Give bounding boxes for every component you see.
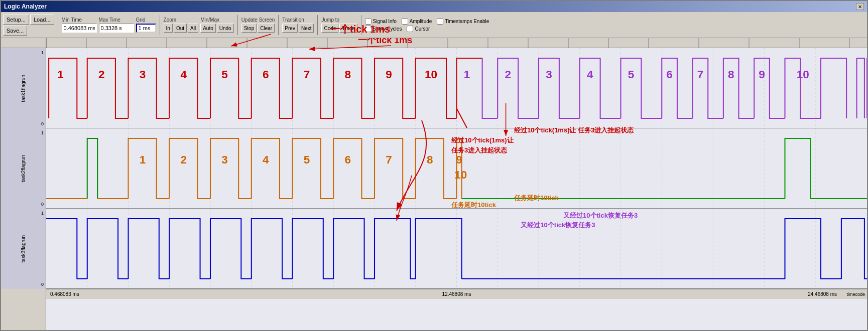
update-group: Update Screen Stop Clear: [241, 17, 275, 33]
svg-text:5: 5: [221, 68, 228, 81]
svg-text:10: 10: [454, 169, 467, 181]
svg-text:2: 2: [505, 68, 511, 81]
grid-field[interactable]: [136, 24, 156, 33]
save-button[interactable]: Save...: [3, 26, 27, 36]
min-time-field[interactable]: [62, 24, 97, 33]
time-right: 24.46808 ms: [808, 291, 837, 297]
signal-info-checkbox[interactable]: [365, 18, 371, 25]
minmax-label: Min/Max: [200, 17, 219, 23]
zoom-all-button[interactable]: All: [188, 24, 198, 33]
ch3-waveform-svg: [46, 209, 867, 289]
ch2-label: 1 task2flagrun 0: [1, 128, 46, 209]
ruler-corner: [1, 38, 46, 48]
show-cycles-label: Show Cycles: [373, 26, 402, 32]
trace-button[interactable]: Trace: [339, 24, 357, 33]
title-bar: Logic Analyzer ✕: [1, 1, 867, 12]
svg-text:4: 4: [263, 153, 269, 166]
auto-button[interactable]: Auto: [200, 24, 216, 33]
ch1-name: task1flagrun: [21, 75, 26, 102]
zoom-group: Zoom In Out All: [164, 17, 199, 33]
divider-6: [361, 15, 361, 35]
time-mid: 12.46808 ms: [442, 291, 471, 297]
time-ruler-svg: [46, 38, 867, 48]
ch2-waveform-svg: 1 2 3 4 5 6 7 8 9 10: [46, 128, 867, 209]
toolbar: Setup... Load... Save... Min Time Max Ti…: [1, 12, 867, 38]
amplitude-checkbox[interactable]: [402, 18, 408, 25]
checkbox-group: Signal Info Amplitude Timestamps Enable …: [365, 18, 489, 32]
divider-2: [160, 15, 160, 35]
time-bottom-bar: 0.468083 ms 12.46808 ms 24.46808 ms time…: [46, 289, 867, 299]
load-button[interactable]: Load...: [30, 15, 54, 25]
grid-group: Grid: [136, 17, 156, 33]
stop-button[interactable]: Stop: [241, 24, 257, 33]
svg-text:7: 7: [304, 68, 310, 81]
show-cycles-checkbox[interactable]: [365, 26, 371, 32]
zoom-in-button[interactable]: In: [164, 24, 173, 33]
svg-text:9: 9: [456, 153, 462, 166]
code-button[interactable]: Code: [321, 24, 338, 33]
file-group: Setup... Load... Save...: [3, 15, 54, 36]
ch1-bot-mark: 0: [41, 121, 44, 126]
time-left: 0.468083 ms: [50, 291, 79, 297]
svg-text:4: 4: [181, 68, 187, 81]
timestamps-checkbox[interactable]: [437, 18, 443, 25]
prev-button[interactable]: Prev: [282, 24, 298, 33]
undo-button[interactable]: Undo: [217, 24, 234, 33]
time-mode: timecode: [846, 292, 865, 297]
close-button[interactable]: ✕: [856, 3, 864, 10]
max-time-label: Max Time: [99, 17, 120, 23]
jumpto-label: Jump to: [321, 17, 339, 23]
time-group: Min Time: [62, 17, 97, 33]
channel-labels-column: 1 task1flagrun 0 1 task2flagrun 0 1 task…: [1, 38, 46, 330]
zoom-label: Zoom: [164, 17, 177, 23]
window-title: Logic Analyzer: [4, 3, 47, 10]
svg-text:9: 9: [759, 68, 765, 81]
svg-text:10: 10: [425, 68, 437, 81]
grid-label: Grid: [136, 17, 146, 23]
setup-button[interactable]: Setup...: [3, 15, 29, 25]
svg-text:3: 3: [140, 68, 146, 81]
svg-text:4: 4: [587, 68, 593, 81]
svg-text:7: 7: [386, 153, 392, 166]
svg-text:2: 2: [98, 68, 105, 81]
main-window: Logic Analyzer ✕ Setup... Load... Save..…: [0, 0, 868, 331]
cursor-checkbox[interactable]: [407, 26, 413, 32]
divider-5: [317, 15, 318, 35]
next-button[interactable]: Next: [299, 24, 314, 33]
svg-text:9: 9: [386, 68, 392, 81]
ch3-label: 1 task3flagrun 0: [1, 209, 46, 289]
svg-text:1: 1: [464, 68, 470, 81]
svg-text:3: 3: [546, 68, 552, 81]
svg-text:5: 5: [628, 68, 635, 81]
ch3-bot-mark: 0: [41, 282, 44, 287]
svg-text:8: 8: [427, 153, 433, 166]
svg-text:8: 8: [728, 68, 734, 81]
max-time-field[interactable]: [99, 24, 134, 33]
waveform-area[interactable]: 一个tick 1ms: [46, 38, 867, 330]
timestamps-label: Timestamps Enable: [445, 19, 489, 24]
ch1-top-mark: 1: [41, 50, 44, 55]
minmax-group: Min/Max Auto Undo: [200, 17, 233, 33]
svg-text:6: 6: [666, 68, 673, 81]
clear-button[interactable]: Clear: [258, 24, 275, 33]
ch3-top-mark: 1: [41, 211, 44, 216]
divider-1: [58, 15, 58, 35]
ch2-bot-mark: 0: [41, 202, 44, 207]
svg-text:8: 8: [345, 68, 351, 81]
svg-text:3: 3: [221, 153, 228, 166]
divider-3: [237, 15, 238, 35]
ch2-waveform[interactable]: 1 2 3 4 5 6 7 8 9 10: [46, 128, 867, 209]
ch1-label: 1 task1flagrun 0: [1, 48, 46, 128]
min-time-label: Min Time: [62, 17, 82, 23]
maxtime-group: Max Time: [99, 17, 134, 33]
svg-text:6: 6: [345, 153, 351, 166]
ch3-waveform[interactable]: [46, 209, 867, 289]
transition-group: Transition Prev Next: [282, 17, 314, 33]
ch2-top-mark: 1: [41, 130, 44, 135]
cursor-label: Cursor: [415, 26, 430, 32]
zoom-out-button[interactable]: Out: [174, 24, 187, 33]
svg-text:7: 7: [697, 68, 704, 81]
svg-text:5: 5: [304, 153, 310, 166]
ch1-waveform[interactable]: 1 2 3 4 5 6 7 8 9 10 1 2 3 4 5: [46, 48, 867, 128]
svg-text:10: 10: [797, 68, 809, 81]
